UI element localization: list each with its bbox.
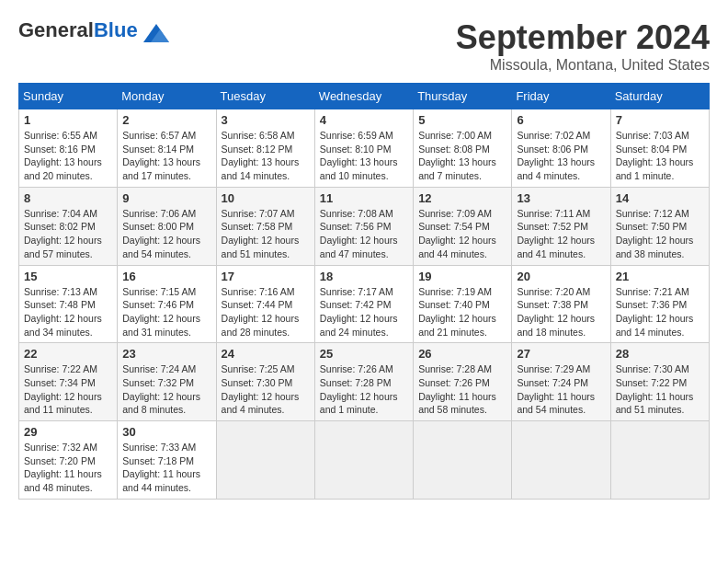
sunrise-label: Sunrise: 7:08 AM bbox=[320, 208, 393, 219]
calendar-cell: 13 Sunrise: 7:11 AM Sunset: 7:52 PM Dayl… bbox=[512, 187, 610, 265]
sunset-label: Sunset: 7:26 PM bbox=[418, 377, 490, 388]
day-info: Sunrise: 7:17 AM Sunset: 7:42 PM Dayligh… bbox=[320, 285, 408, 339]
calendar-cell: 21 Sunrise: 7:21 AM Sunset: 7:36 PM Dayl… bbox=[610, 265, 709, 343]
calendar-cell bbox=[414, 421, 512, 500]
day-info: Sunrise: 6:59 AM Sunset: 8:10 PM Dayligh… bbox=[320, 129, 408, 183]
sunset-label: Sunset: 7:28 PM bbox=[320, 377, 392, 388]
day-info: Sunrise: 7:09 AM Sunset: 7:54 PM Dayligh… bbox=[418, 207, 506, 261]
day-info: Sunrise: 7:02 AM Sunset: 8:06 PM Dayligh… bbox=[517, 129, 605, 183]
location: Missoula, Montana, United States bbox=[456, 57, 710, 74]
sunrise-label: Sunrise: 6:59 AM bbox=[320, 130, 393, 141]
sunset-label: Sunset: 7:24 PM bbox=[517, 377, 588, 388]
day-info: Sunrise: 7:32 AM Sunset: 7:20 PM Dayligh… bbox=[24, 441, 112, 495]
calendar-cell: 2 Sunrise: 6:57 AM Sunset: 8:14 PM Dayli… bbox=[118, 109, 216, 188]
day-number: 23 bbox=[122, 347, 210, 361]
col-thursday: Thursday bbox=[414, 84, 512, 109]
col-saturday: Saturday bbox=[610, 84, 709, 109]
calendar-cell bbox=[216, 421, 314, 500]
daylight-label: Daylight: 12 hours and 8 minutes. bbox=[122, 391, 200, 416]
daylight-label: Daylight: 13 hours and 4 minutes. bbox=[517, 156, 595, 181]
daylight-label: Daylight: 12 hours and 34 minutes. bbox=[24, 313, 102, 338]
day-number: 8 bbox=[24, 191, 112, 205]
daylight-label: Daylight: 12 hours and 11 minutes. bbox=[24, 391, 102, 416]
day-info: Sunrise: 7:07 AM Sunset: 7:58 PM Dayligh… bbox=[222, 207, 310, 261]
calendar-cell: 30 Sunrise: 7:33 AM Sunset: 7:18 PM Dayl… bbox=[118, 421, 216, 500]
day-number: 10 bbox=[222, 191, 310, 205]
calendar-cell: 7 Sunrise: 7:03 AM Sunset: 8:04 PM Dayli… bbox=[610, 109, 709, 188]
logo-icon bbox=[143, 24, 169, 42]
daylight-label: Daylight: 12 hours and 38 minutes. bbox=[616, 235, 694, 259]
sunset-label: Sunset: 8:04 PM bbox=[616, 144, 688, 155]
logo-blue-text: Blue bbox=[94, 18, 138, 41]
daylight-label: Daylight: 12 hours and 4 minutes. bbox=[222, 391, 300, 416]
daylight-label: Daylight: 12 hours and 31 minutes. bbox=[122, 313, 200, 338]
sunrise-label: Sunrise: 7:04 AM bbox=[24, 208, 97, 219]
sunset-label: Sunset: 7:22 PM bbox=[616, 377, 688, 388]
sunrise-label: Sunrise: 7:32 AM bbox=[24, 442, 97, 453]
day-info: Sunrise: 7:13 AM Sunset: 7:48 PM Dayligh… bbox=[24, 285, 112, 339]
logo-general-text: General bbox=[18, 18, 94, 41]
sunset-label: Sunset: 7:36 PM bbox=[616, 299, 688, 310]
calendar-week-row: 8 Sunrise: 7:04 AM Sunset: 8:02 PM Dayli… bbox=[19, 187, 710, 265]
sunrise-label: Sunrise: 7:30 AM bbox=[616, 363, 689, 374]
calendar-cell: 11 Sunrise: 7:08 AM Sunset: 7:56 PM Dayl… bbox=[314, 187, 413, 265]
calendar-cell: 14 Sunrise: 7:12 AM Sunset: 7:50 PM Dayl… bbox=[610, 187, 709, 265]
title-block: September 2024 Missoula, Montana, United… bbox=[456, 18, 710, 74]
sunset-label: Sunset: 8:06 PM bbox=[517, 144, 588, 155]
daylight-label: Daylight: 12 hours and 21 minutes. bbox=[418, 313, 496, 338]
day-number: 6 bbox=[517, 113, 605, 127]
day-number: 14 bbox=[616, 191, 704, 205]
month-title: September 2024 bbox=[456, 18, 710, 57]
sunset-label: Sunset: 7:30 PM bbox=[222, 377, 293, 388]
calendar-cell: 24 Sunrise: 7:25 AM Sunset: 7:30 PM Dayl… bbox=[216, 343, 314, 421]
day-info: Sunrise: 7:15 AM Sunset: 7:46 PM Dayligh… bbox=[122, 285, 210, 339]
calendar-cell: 26 Sunrise: 7:28 AM Sunset: 7:26 PM Dayl… bbox=[414, 343, 512, 421]
sunrise-label: Sunrise: 7:00 AM bbox=[418, 130, 492, 141]
day-info: Sunrise: 7:00 AM Sunset: 8:08 PM Dayligh… bbox=[418, 129, 506, 183]
sunrise-label: Sunrise: 7:06 AM bbox=[122, 208, 196, 219]
calendar-cell: 22 Sunrise: 7:22 AM Sunset: 7:34 PM Dayl… bbox=[19, 343, 118, 421]
day-number: 1 bbox=[24, 113, 112, 127]
sunset-label: Sunset: 7:20 PM bbox=[24, 455, 96, 466]
day-number: 26 bbox=[418, 347, 506, 361]
day-number: 11 bbox=[320, 191, 408, 205]
calendar-cell: 16 Sunrise: 7:15 AM Sunset: 7:46 PM Dayl… bbox=[118, 265, 216, 343]
day-number: 20 bbox=[517, 270, 605, 283]
calendar-header-row: Sunday Monday Tuesday Wednesday Thursday… bbox=[19, 84, 710, 109]
sunrise-label: Sunrise: 7:02 AM bbox=[517, 130, 590, 141]
day-number: 24 bbox=[222, 347, 310, 361]
day-info: Sunrise: 7:33 AM Sunset: 7:18 PM Dayligh… bbox=[122, 441, 210, 495]
day-info: Sunrise: 7:28 AM Sunset: 7:26 PM Dayligh… bbox=[418, 362, 506, 417]
daylight-label: Daylight: 12 hours and 18 minutes. bbox=[517, 313, 595, 338]
sunrise-label: Sunrise: 7:03 AM bbox=[616, 130, 689, 141]
day-info: Sunrise: 7:22 AM Sunset: 7:34 PM Dayligh… bbox=[24, 362, 112, 417]
day-number: 19 bbox=[418, 270, 506, 283]
sunrise-label: Sunrise: 7:25 AM bbox=[222, 363, 295, 374]
day-info: Sunrise: 7:12 AM Sunset: 7:50 PM Dayligh… bbox=[616, 207, 704, 261]
day-info: Sunrise: 6:58 AM Sunset: 8:12 PM Dayligh… bbox=[222, 129, 310, 183]
calendar-cell: 1 Sunrise: 6:55 AM Sunset: 8:16 PM Dayli… bbox=[19, 109, 118, 188]
day-info: Sunrise: 6:57 AM Sunset: 8:14 PM Dayligh… bbox=[122, 129, 210, 183]
col-wednesday: Wednesday bbox=[314, 84, 413, 109]
sunset-label: Sunset: 8:08 PM bbox=[418, 144, 490, 155]
daylight-label: Daylight: 13 hours and 17 minutes. bbox=[122, 156, 200, 181]
day-info: Sunrise: 7:21 AM Sunset: 7:36 PM Dayligh… bbox=[616, 285, 704, 339]
sunset-label: Sunset: 8:10 PM bbox=[320, 144, 392, 155]
day-info: Sunrise: 6:55 AM Sunset: 8:16 PM Dayligh… bbox=[24, 129, 112, 183]
daylight-label: Daylight: 13 hours and 7 minutes. bbox=[418, 156, 496, 181]
daylight-label: Daylight: 11 hours and 44 minutes. bbox=[122, 468, 200, 493]
sunset-label: Sunset: 7:46 PM bbox=[122, 299, 194, 310]
sunrise-label: Sunrise: 7:13 AM bbox=[24, 286, 97, 297]
day-info: Sunrise: 7:08 AM Sunset: 7:56 PM Dayligh… bbox=[320, 207, 408, 261]
day-number: 9 bbox=[122, 191, 210, 205]
sunrise-label: Sunrise: 7:29 AM bbox=[517, 363, 590, 374]
daylight-label: Daylight: 13 hours and 1 minute. bbox=[616, 156, 694, 181]
day-number: 17 bbox=[222, 270, 310, 283]
day-info: Sunrise: 7:06 AM Sunset: 8:00 PM Dayligh… bbox=[122, 207, 210, 261]
daylight-label: Daylight: 12 hours and 54 minutes. bbox=[122, 235, 200, 259]
daylight-label: Daylight: 13 hours and 10 minutes. bbox=[320, 156, 398, 181]
calendar-cell: 15 Sunrise: 7:13 AM Sunset: 7:48 PM Dayl… bbox=[19, 265, 118, 343]
sunset-label: Sunset: 7:44 PM bbox=[222, 299, 293, 310]
daylight-label: Daylight: 11 hours and 58 minutes. bbox=[418, 391, 496, 416]
day-number: 25 bbox=[320, 347, 408, 361]
